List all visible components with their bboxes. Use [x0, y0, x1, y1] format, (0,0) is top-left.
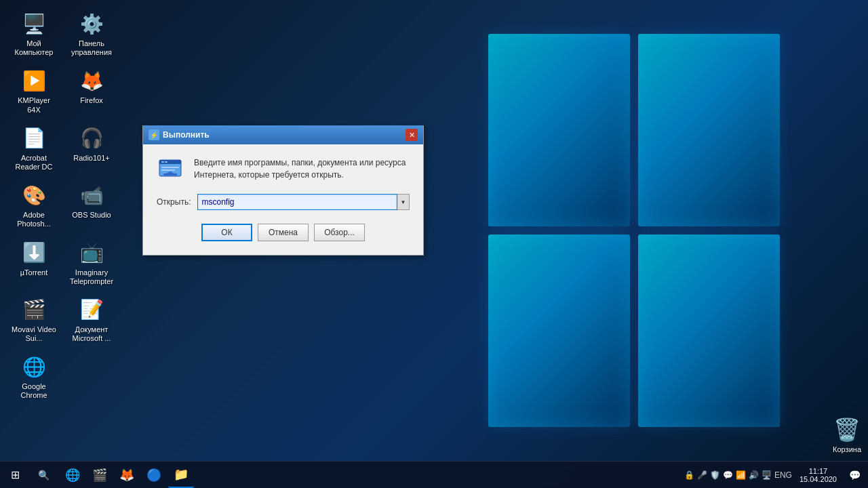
desktop-icon-firefox[interactable]: 🦊 Firefox: [64, 64, 119, 117]
desktop-icon-utorrent[interactable]: ⬇️ µTorrent: [7, 236, 61, 289]
imaginary-label: Imaginary Teleprompter: [68, 268, 115, 286]
desktop-icon-word[interactable]: 📝 Документ Microsoft ...: [64, 293, 119, 346]
svg-rect-3: [165, 161, 167, 163]
tray-icon-volume[interactable]: 🔊: [749, 470, 759, 480]
win-pane-bottom-right: [638, 235, 780, 427]
dialog-input-wrapper: ▼: [197, 194, 410, 210]
win-pane-top-left: [488, 34, 630, 226]
kmplayer-label: KMPlayer 64X: [10, 96, 58, 114]
dialog-ok-button[interactable]: ОК: [201, 224, 252, 241]
dialog-title-text: Выполнить: [163, 130, 210, 140]
svg-rect-2: [161, 161, 164, 163]
dialog-title-left: ⚡ Выполнить: [149, 129, 210, 140]
movavi-icon: 🎬: [20, 296, 47, 323]
recycle-bin[interactable]: 🗑️ Корзина: [833, 416, 861, 454]
word-label: Документ Microsoft ...: [68, 325, 115, 343]
windows-logo-decoration: [488, 34, 780, 427]
my-computer-icon: 🖥️: [20, 10, 47, 37]
desktop-icon-row-2: ▶️ KMPlayer 64X 🦊 Firefox: [7, 64, 119, 117]
desktop-icon-kmplayer[interactable]: ▶️ KMPlayer 64X: [7, 64, 61, 117]
photoshop-icon: 🎨: [20, 182, 47, 209]
recycle-bin-label: Корзина: [833, 445, 861, 454]
kmplayer-icon: ▶️: [20, 67, 47, 94]
acrobat-icon: 📄: [20, 125, 47, 152]
radio-label: Radio101+: [73, 154, 110, 163]
win-pane-top-right: [638, 34, 780, 226]
dialog-dropdown-button[interactable]: ▼: [397, 194, 410, 210]
word-icon: 📝: [78, 296, 105, 323]
taskbar-pinned-icons: 🌐 🎬 🦊 🔵 📁: [60, 462, 194, 488]
dialog-cancel-button[interactable]: Отмена: [258, 224, 309, 241]
taskbar-notification-button[interactable]: 💬: [844, 462, 865, 488]
imaginary-icon: 📺: [78, 239, 105, 266]
desktop-icon-photoshop[interactable]: 🎨 Adobe Photosh...: [7, 178, 61, 232]
utorrent-icon: ⬇️: [20, 239, 47, 266]
run-dialog: ⚡ Выполнить ✕: [142, 125, 424, 256]
dialog-body: Введите имя программы, папки, документа …: [143, 144, 423, 255]
run-icon-svg: [157, 155, 184, 182]
desktop-icon-chrome[interactable]: 🌐 Google Chrome: [7, 350, 61, 403]
dialog-input-row: Открыть: ▼: [157, 194, 410, 210]
firefox-icon: 🦊: [78, 67, 105, 94]
desktop-icon-imaginary[interactable]: 📺 Imaginary Teleprompter: [64, 236, 119, 289]
taskbar-search-button[interactable]: 🔍: [31, 462, 56, 489]
desktop-icon-control-panel[interactable]: ⚙️ Панель управления: [64, 7, 119, 60]
tray-icon-chat[interactable]: 💬: [723, 470, 733, 480]
dialog-titlebar: ⚡ Выполнить ✕: [143, 125, 423, 144]
radio-icon: 🎧: [78, 125, 105, 152]
svg-rect-5: [161, 169, 175, 171]
taskbar-start-button[interactable]: ⊞: [0, 462, 31, 489]
dialog-content-area: Введите имя программы, папки, документа …: [157, 155, 410, 182]
desktop-icon-row-3: 📄 Acrobat Reader DC 🎧 Radio101+: [7, 121, 119, 175]
firefox-label: Firefox: [80, 96, 103, 105]
desktop-icon-row-1: 🖥️ Мой Компьютер ⚙️ Панель управления: [7, 7, 119, 60]
tray-icon-display[interactable]: 🖥️: [762, 470, 772, 480]
tray-icon-antivirus[interactable]: 🛡️: [710, 470, 720, 480]
dialog-open-label: Открыть:: [157, 197, 191, 207]
desktop-icon-radio[interactable]: 🎧 Radio101+: [64, 121, 119, 175]
obs-label: OBS Studio: [72, 211, 111, 220]
dialog-browse-button[interactable]: Обзор...: [314, 224, 365, 241]
desktop-icon-movavi[interactable]: 🎬 Movavi Video Sui...: [7, 293, 61, 346]
taskbar-icon-chrome[interactable]: 🌐: [60, 462, 85, 488]
taskbar-icon-firefox[interactable]: 🦊: [114, 462, 140, 488]
desktop: 🖥️ Мой Компьютер ⚙️ Панель управления ▶️…: [0, 0, 868, 488]
desktop-icon-acrobat[interactable]: 📄 Acrobat Reader DC: [7, 121, 61, 175]
taskbar-right-area: 🔒 🎤 🛡️ 💬 📶 🔊 🖥️ ENG 11:17 15.04.2020 💬: [684, 462, 868, 488]
taskbar-icon-vpn[interactable]: 🔵: [141, 462, 167, 488]
chrome-label: Google Chrome: [10, 382, 58, 400]
dialog-program-icon: [157, 155, 184, 182]
tray-icon-mic[interactable]: 🎤: [697, 470, 707, 480]
tray-lang[interactable]: ENG: [774, 470, 792, 480]
tray-icon-security[interactable]: 🔒: [684, 470, 694, 480]
photoshop-label: Adobe Photosh...: [10, 211, 58, 228]
taskbar-clock[interactable]: 11:17 15.04.2020: [794, 467, 842, 483]
chrome-icon: 🌐: [20, 353, 47, 380]
dialog-buttons: ОК Отмена Обзор...: [157, 224, 410, 245]
dialog-open-input[interactable]: [197, 194, 397, 210]
dialog-close-button[interactable]: ✕: [406, 129, 418, 141]
desktop-icon-my-computer[interactable]: 🖥️ Мой Компьютер: [7, 7, 61, 60]
obs-icon: 📹: [78, 182, 105, 209]
control-panel-icon: ⚙️: [78, 10, 105, 37]
svg-rect-6: [163, 174, 177, 176]
taskbar-icon-explorer[interactable]: 📁: [168, 462, 194, 488]
desktop-icon-row-5: ⬇️ µTorrent 📺 Imaginary Teleprompter: [7, 236, 119, 289]
movavi-label: Movavi Video Sui...: [10, 325, 58, 343]
taskbar-time: 11:17: [809, 467, 828, 475]
utorrent-label: µTorrent: [20, 268, 48, 277]
svg-rect-4: [161, 167, 179, 168]
desktop-icon-row-6: 🎬 Movavi Video Sui... 📝 Документ Microso…: [7, 293, 119, 346]
system-tray: 🔒 🎤 🛡️ 💬 📶 🔊 🖥️ ENG: [684, 470, 792, 480]
my-computer-label: Мой Компьютер: [10, 39, 58, 57]
control-panel-label: Панель управления: [68, 39, 115, 57]
taskbar-date: 15.04.2020: [800, 475, 837, 483]
win-pane-bottom-left: [488, 235, 630, 427]
desktop-icons-area: 🖥️ Мой Компьютер ⚙️ Панель управления ▶️…: [7, 7, 119, 404]
tray-icon-network[interactable]: 📶: [736, 470, 746, 480]
taskbar-icon-movavi[interactable]: 🎬: [87, 462, 113, 488]
desktop-icon-obs[interactable]: 📹 OBS Studio: [64, 178, 119, 232]
dialog-description-text: Введите имя программы, папки, документа …: [194, 155, 410, 182]
desktop-icon-row-7: 🌐 Google Chrome: [7, 350, 119, 403]
taskbar: ⊞ 🔍 🌐 🎬 🦊 🔵 📁 🔒 🎤 🛡️ 💬 📶 🔊 🖥️ ENG 11:17: [0, 461, 868, 488]
